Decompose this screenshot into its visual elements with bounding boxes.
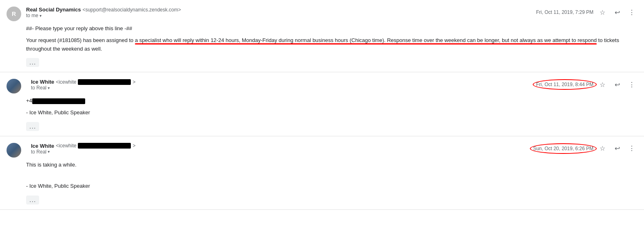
- email-left-2: Ice White <icewhite> to Real ▾: [7, 79, 135, 93]
- to-dropdown-3[interactable]: ▾: [48, 149, 50, 154]
- email-header-2: Ice White <icewhite> to Real ▾ Fri, Oct …: [7, 79, 637, 93]
- more-icon-2: ⋮: [629, 81, 635, 89]
- avatar-2: [7, 79, 21, 93]
- signature-3: - Ice White, Public Speaker: [26, 182, 637, 191]
- to-dropdown-2[interactable]: ▾: [48, 86, 50, 90]
- email-body-2: +4 - Ice White, Public Speaker ...: [26, 97, 637, 131]
- more-icon-1: ⋮: [629, 9, 635, 16]
- more-button-expand-2[interactable]: ...: [26, 122, 39, 131]
- sender-email-close-3: >: [132, 143, 135, 149]
- avatar-3: [7, 143, 21, 158]
- more-button-2[interactable]: ⋮: [626, 79, 637, 90]
- email-date-2: Fri, Oct 11, 2019, 8:44 PM: [536, 82, 593, 87]
- email-body-1: ##- Please type your reply above this li…: [26, 24, 637, 67]
- email-header-1: R Real Social Dynamics <support@realsoci…: [7, 7, 637, 21]
- sender-name-1: Real Social Dynamics: [26, 7, 81, 13]
- reply-button-2[interactable]: ↩: [611, 79, 623, 90]
- body-text-1: Your request (#181085) has been assigned…: [26, 36, 637, 53]
- avatar-1: R: [7, 7, 21, 21]
- sender-info-1: Real Social Dynamics <support@realsocial…: [26, 7, 181, 18]
- sender-name-3: Ice White: [31, 143, 54, 149]
- sender-name-2: Ice White: [31, 79, 54, 85]
- email-thread: R Real Social Dynamics <support@realsoci…: [0, 0, 644, 210]
- to-label-3: to Real: [31, 149, 46, 155]
- signature-2: - Ice White, Public Speaker: [26, 109, 637, 117]
- sender-email-redacted-2: [78, 79, 131, 85]
- sender-email-redacted-3: [78, 143, 131, 149]
- sender-email-close-2: >: [132, 79, 135, 85]
- more-button-3[interactable]: ⋮: [626, 143, 637, 154]
- more-button-1[interactable]: ⋮: [626, 7, 637, 18]
- to-line-1: to me ▾: [26, 13, 181, 18]
- sender-info-3: Ice White <icewhite> to Real ▾: [31, 143, 135, 155]
- email-right-2: Fri, Oct 11, 2019, 8:44 PM ☆ ↩ ⋮: [536, 79, 637, 90]
- reply-icon-3: ↩: [615, 144, 620, 152]
- star-button-1[interactable]: ☆: [597, 7, 608, 18]
- body-text-2: +4: [26, 97, 637, 105]
- star-icon-2: ☆: [600, 81, 605, 89]
- star-icon-1: ☆: [600, 9, 605, 16]
- email-header-3: Ice White <icewhite> to Real ▾ Sun, Oct …: [7, 143, 637, 158]
- star-button-3[interactable]: ☆: [597, 143, 608, 154]
- more-button-expand-3[interactable]: ...: [26, 196, 39, 204]
- sender-email-3: <icewhite: [56, 143, 76, 149]
- email-left-1: R Real Social Dynamics <support@realsoci…: [7, 7, 181, 21]
- body-redacted-2: [32, 98, 85, 104]
- sender-email-1: <support@realsocialdynamics.zendesk.com>: [82, 7, 181, 13]
- reply-icon-1: ↩: [615, 9, 620, 16]
- star-icon-3: ☆: [600, 144, 605, 152]
- underlined-text-1: a specialist who will reply within 12-24…: [135, 37, 597, 43]
- email-block-2: Ice White <icewhite> to Real ▾ Fri, Oct …: [0, 72, 644, 136]
- more-icon-3: ⋮: [629, 144, 635, 152]
- reply-button-1[interactable]: ↩: [611, 7, 623, 18]
- sender-info-2: Ice White <icewhite> to Real ▾: [31, 79, 135, 91]
- sender-email-2: <icewhite: [56, 79, 76, 85]
- email-left-3: Ice White <icewhite> to Real ▾: [7, 143, 135, 158]
- to-line-2: to Real ▾: [31, 85, 135, 91]
- email-right-3: Sun, Oct 20, 2019, 6:26 PM ☆ ↩ ⋮: [533, 143, 637, 154]
- email-date-1: Fri, Oct 11, 2019, 7:29 PM: [536, 9, 593, 15]
- star-button-2[interactable]: ☆: [597, 79, 608, 90]
- more-button-expand-1[interactable]: ...: [26, 58, 39, 67]
- to-label-2: to Real: [31, 85, 46, 91]
- email-right-1: Fri, Oct 11, 2019, 7:29 PM ☆ ↩ ⋮: [536, 7, 637, 18]
- email-block-1: R Real Social Dynamics <support@realsoci…: [0, 0, 644, 72]
- body-text-3: This is taking a while.: [26, 161, 637, 169]
- reply-separator: ##- Please type your reply above this li…: [26, 24, 637, 33]
- email-body-3: This is taking a while. - Ice White, Pub…: [26, 161, 637, 204]
- reply-button-3[interactable]: ↩: [611, 143, 623, 154]
- to-label-1: to me: [26, 13, 38, 18]
- to-dropdown-1[interactable]: ▾: [40, 13, 42, 18]
- email-block-3: Ice White <icewhite> to Real ▾ Sun, Oct …: [0, 136, 644, 210]
- email-date-3: Sun, Oct 20, 2019, 6:26 PM: [533, 146, 593, 151]
- reply-icon-2: ↩: [615, 81, 620, 89]
- to-line-3: to Real ▾: [31, 149, 135, 155]
